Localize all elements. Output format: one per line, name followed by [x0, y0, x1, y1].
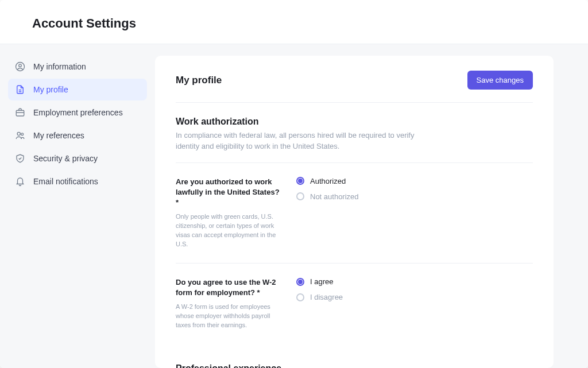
- sidebar-item-my-references[interactable]: My references: [8, 125, 147, 146]
- radio-label: Authorized: [310, 177, 346, 185]
- field-w2-agreement: Do you agree to use the W-2 form for emp…: [176, 263, 533, 344]
- section-professional-experience: Professional experience Your professiona…: [176, 344, 533, 368]
- panel-title: My profile: [176, 75, 222, 86]
- svg-point-1: [19, 64, 22, 67]
- sidebar-item-label: My information: [33, 62, 86, 71]
- section-description: In compliance with federal law, all pers…: [176, 130, 423, 152]
- field-label: Do you agree to use the W-2 form for emp…: [176, 277, 283, 298]
- radio-dot-icon: [296, 177, 304, 185]
- radio-dot-icon: [296, 278, 304, 286]
- sidebar-item-security-privacy[interactable]: Security & privacy: [8, 148, 147, 169]
- section-work-authorization: Work authorization In compliance with fe…: [176, 103, 533, 344]
- radio-dot-icon: [296, 293, 304, 301]
- section-title: Work authorization: [176, 117, 533, 127]
- radio-label: I disagree: [310, 293, 343, 301]
- radio-i-agree[interactable]: I agree: [296, 277, 533, 286]
- sidebar-item-label: My references: [33, 131, 84, 140]
- field-help: A W-2 form is used for employees whose e…: [176, 303, 283, 330]
- settings-panel: My profile Save changes Work authorizati…: [155, 56, 554, 368]
- sidebar-item-my-information[interactable]: My information: [8, 56, 147, 78]
- sidebar-item-label: Email notifications: [33, 177, 98, 186]
- shield-icon: [15, 153, 25, 164]
- briefcase-icon: [15, 107, 25, 118]
- user-circle-icon: [15, 61, 25, 72]
- radio-not-authorized[interactable]: Not authorized: [296, 192, 533, 201]
- sidebar-item-my-profile[interactable]: My profile: [8, 79, 147, 100]
- sidebar-item-label: Security & privacy: [33, 154, 98, 163]
- sidebar-item-label: Employment preferences: [33, 108, 123, 117]
- radio-label: I agree: [310, 277, 333, 286]
- svg-point-4: [21, 133, 24, 135]
- radio-i-disagree[interactable]: I disagree: [296, 293, 533, 301]
- radio-authorized[interactable]: Authorized: [296, 177, 533, 185]
- svg-rect-2: [16, 110, 24, 116]
- bell-icon: [15, 176, 25, 187]
- page-title: Account Settings: [32, 16, 556, 31]
- users-icon: [15, 130, 25, 141]
- sidebar-item-employment-preferences[interactable]: Employment preferences: [8, 102, 147, 123]
- document-icon: [15, 84, 25, 95]
- svg-point-3: [17, 132, 20, 135]
- field-authorized-to-work: Are you authorized to work lawfully in t…: [176, 162, 533, 263]
- sidebar: My information My profile Employment pre…: [0, 44, 155, 368]
- sidebar-item-email-notifications[interactable]: Email notifications: [8, 171, 147, 192]
- radio-dot-icon: [296, 192, 304, 200]
- field-label: Are you authorized to work lawfully in t…: [176, 177, 283, 208]
- field-help: Only people with green cards, U.S. citiz…: [176, 212, 283, 249]
- radio-label: Not authorized: [310, 192, 359, 201]
- section-title: Professional experience: [176, 363, 533, 368]
- sidebar-item-label: My profile: [33, 85, 68, 94]
- save-changes-button[interactable]: Save changes: [467, 71, 533, 90]
